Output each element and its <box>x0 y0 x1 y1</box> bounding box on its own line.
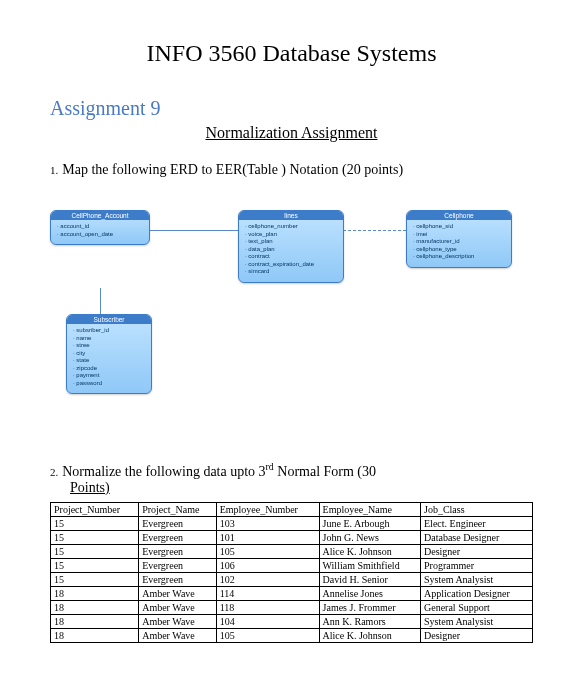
attr: data_plan <box>245 246 337 254</box>
attr: state <box>73 357 145 365</box>
table-cell: 103 <box>216 516 319 530</box>
table-row: 15Evergreen106William SmithfieldProgramm… <box>51 558 533 572</box>
table-cell: 102 <box>216 572 319 586</box>
table-cell: Annelise Jones <box>319 586 420 600</box>
attr: zipcode <box>73 365 145 373</box>
assignment-subtitle: Normalization Assignment <box>50 124 533 142</box>
table-cell: June E. Arbough <box>319 516 420 530</box>
table-row: 15Evergreen101John G. NewsDatabase Desig… <box>51 530 533 544</box>
table-cell: Evergreen <box>139 572 216 586</box>
table-cell: 105 <box>216 628 319 642</box>
table-cell: Database Designer <box>421 530 533 544</box>
entity-account: CellPhone_Account account_id account_ope… <box>50 210 150 245</box>
question-2-points: Points) <box>70 480 533 496</box>
attr: voice_plan <box>245 231 337 239</box>
table-row: 18Amber Wave114Annelise JonesApplication… <box>51 586 533 600</box>
table-cell: 106 <box>216 558 319 572</box>
attr: cellphone_description <box>413 253 505 261</box>
question-2-sup: rd <box>266 461 274 472</box>
table-cell: Programmer <box>421 558 533 572</box>
question-1-number: 1. <box>50 164 58 176</box>
col-employee-name: Employee_Name <box>319 502 420 516</box>
connector-account-lines <box>146 230 238 231</box>
table-cell: Evergreen <box>139 530 216 544</box>
question-1: 1.Map the following ERD to EER(Table ) N… <box>50 162 533 178</box>
entity-lines-name: lines <box>239 211 343 220</box>
table-cell: Designer <box>421 544 533 558</box>
attr: account_open_date <box>57 231 143 239</box>
table-cell: Amber Wave <box>139 614 216 628</box>
question-1-text: Map the following ERD to EER(Table ) Not… <box>62 162 403 177</box>
attr: text_plan <box>245 238 337 246</box>
attr: imei <box>413 231 505 239</box>
table-cell: John G. News <box>319 530 420 544</box>
entity-cellphone: Cellphone cellphone_sid imei manufacture… <box>406 210 512 268</box>
table-cell: 114 <box>216 586 319 600</box>
table-row: 15Evergreen105Alice K. JohnsonDesigner <box>51 544 533 558</box>
table-cell: Alice K. Johnson <box>319 544 420 558</box>
table-cell: 118 <box>216 600 319 614</box>
table-cell: Designer <box>421 628 533 642</box>
col-employee-number: Employee_Number <box>216 502 319 516</box>
table-cell: 15 <box>51 544 139 558</box>
table-cell: 101 <box>216 530 319 544</box>
table-cell: James J. Frommer <box>319 600 420 614</box>
table-cell: Application Designer <box>421 586 533 600</box>
question-2-number: 2. <box>50 466 58 478</box>
attr: city <box>73 350 145 358</box>
attr: stree <box>73 342 145 350</box>
entity-cellphone-name: Cellphone <box>407 211 511 220</box>
table-row: 18Amber Wave105Alice K. JohnsonDesigner <box>51 628 533 642</box>
table-cell: System Analysist <box>421 614 533 628</box>
entity-subscriber: Subscriber subsriber_id name stree city … <box>66 314 152 394</box>
table-cell: Amber Wave <box>139 600 216 614</box>
table-cell: David H. Senior <box>319 572 420 586</box>
table-cell: 104 <box>216 614 319 628</box>
table-header-row: Project_Number Project_Name Employee_Num… <box>51 502 533 516</box>
attr: simcard <box>245 268 337 276</box>
attr: contract <box>245 253 337 261</box>
table-cell: System Analysist <box>421 572 533 586</box>
attr: cellphone_type <box>413 246 505 254</box>
question-2-text-a: Normalize the following data upto 3 <box>62 464 265 479</box>
table-cell: General Support <box>421 600 533 614</box>
attr: payment <box>73 372 145 380</box>
table-row: 18Amber Wave104Ann K. RamorsSystem Analy… <box>51 614 533 628</box>
attr: account_id <box>57 223 143 231</box>
attr: cellphone_number <box>245 223 337 231</box>
data-table: Project_Number Project_Name Employee_Num… <box>50 502 533 643</box>
table-cell: 18 <box>51 586 139 600</box>
table-cell: 15 <box>51 516 139 530</box>
attr: password <box>73 380 145 388</box>
table-cell: Evergreen <box>139 558 216 572</box>
table-cell: Amber Wave <box>139 628 216 642</box>
table-cell: Elect. Engineer <box>421 516 533 530</box>
table-cell: Alice K. Johnson <box>319 628 420 642</box>
entity-account-name: CellPhone_Account <box>51 211 149 220</box>
table-cell: 105 <box>216 544 319 558</box>
attr: name <box>73 335 145 343</box>
connector-lines-cellphone <box>338 230 406 231</box>
table-row: 15Evergreen103June E. ArboughElect. Engi… <box>51 516 533 530</box>
table-row: 18Amber Wave118James J. FrommerGeneral S… <box>51 600 533 614</box>
question-2: 2.Normalize the following data upto 3rd … <box>50 461 533 496</box>
entity-subscriber-name: Subscriber <box>67 315 151 324</box>
col-job-class: Job_Class <box>421 502 533 516</box>
table-cell: Ann K. Ramors <box>319 614 420 628</box>
attr: cellphone_sid <box>413 223 505 231</box>
table-cell: 18 <box>51 614 139 628</box>
attr: subsriber_id <box>73 327 145 335</box>
attr: contract_expiration_date <box>245 261 337 269</box>
table-cell: 18 <box>51 628 139 642</box>
table-row: 15Evergreen102David H. SeniorSystem Anal… <box>51 572 533 586</box>
table-cell: 15 <box>51 572 139 586</box>
entity-lines: lines cellphone_number voice_plan text_p… <box>238 210 344 283</box>
table-cell: Amber Wave <box>139 586 216 600</box>
table-cell: William Smithfield <box>319 558 420 572</box>
col-project-name: Project_Name <box>139 502 216 516</box>
table-cell: 18 <box>51 600 139 614</box>
table-cell: 15 <box>51 530 139 544</box>
table-cell: Evergreen <box>139 516 216 530</box>
col-project-number: Project_Number <box>51 502 139 516</box>
table-cell: 15 <box>51 558 139 572</box>
